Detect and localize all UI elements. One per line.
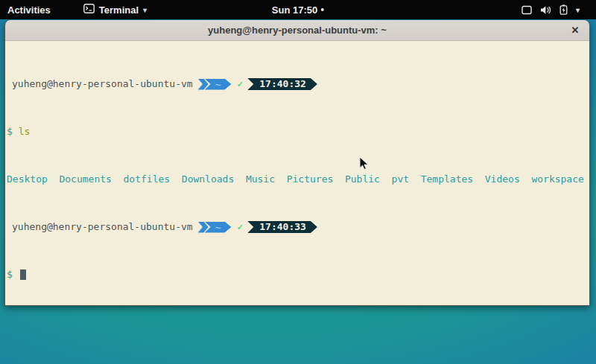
window-title: yuheng@henry-personal-ubuntu-vm: ~ bbox=[208, 25, 387, 36]
typed-command: ls bbox=[19, 126, 31, 138]
prompt-cwd-segment: ~ bbox=[205, 79, 232, 90]
clock-label: Sun 17:50 bbox=[272, 4, 317, 16]
prompt-time-segment: 17:40:33 bbox=[247, 221, 317, 233]
top-bar: Activities Terminal ▾ Sun 17:50 bbox=[0, 0, 596, 19]
app-menu-terminal[interactable]: Terminal ▾ bbox=[79, 0, 151, 19]
status-check-icon: ✓ bbox=[237, 78, 243, 90]
prompt-user-host: yuheng@henry-personal-ubuntu-vm bbox=[12, 78, 193, 90]
battery-charging-icon bbox=[559, 4, 568, 15]
prompt-symbol: $ bbox=[7, 269, 13, 281]
screen-icon bbox=[522, 5, 532, 15]
close-button[interactable]: ✕ bbox=[568, 24, 582, 37]
prompt-time-segment: 17:40:32 bbox=[247, 78, 317, 90]
command-line: $ ls bbox=[7, 126, 588, 138]
notification-dot-icon bbox=[321, 8, 324, 11]
chevron-down-icon: ▾ bbox=[143, 6, 147, 14]
prompt-user-host: yuheng@henry-personal-ubuntu-vm bbox=[12, 221, 193, 233]
prompt-symbol: $ bbox=[7, 126, 13, 138]
ls-output: Desktop Documents dotfiles Downloads Mus… bbox=[7, 173, 588, 185]
input-line: $ bbox=[7, 269, 588, 281]
window-titlebar[interactable]: yuheng@henry-personal-ubuntu-vm: ~ ✕ bbox=[5, 20, 589, 41]
status-check-icon: ✓ bbox=[237, 221, 243, 233]
volume-icon bbox=[540, 5, 551, 15]
terminal-screen[interactable]: yuheng@henry-personal-ubuntu-vm ~ ✓ 17:4… bbox=[5, 41, 589, 305]
system-menu-button[interactable]: ▾ bbox=[516, 0, 586, 19]
clock-button[interactable]: Sun 17:50 bbox=[272, 0, 324, 19]
text-cursor-block bbox=[20, 269, 26, 280]
prompt-line-1: yuheng@henry-personal-ubuntu-vm ~ ✓ 17:4… bbox=[7, 78, 588, 90]
terminal-window: yuheng@henry-personal-ubuntu-vm: ~ ✕ yuh… bbox=[4, 20, 590, 306]
activities-button[interactable]: Activities bbox=[0, 0, 58, 19]
prompt-cwd-segment: ~ bbox=[205, 222, 232, 233]
tray-chevron-down-icon: ▾ bbox=[576, 6, 580, 14]
terminal-icon bbox=[83, 4, 95, 16]
prompt-line-2: yuheng@henry-personal-ubuntu-vm ~ ✓ 17:4… bbox=[7, 221, 588, 233]
mouse-pointer-icon bbox=[359, 156, 369, 173]
app-menu-label: Terminal bbox=[99, 4, 139, 16]
